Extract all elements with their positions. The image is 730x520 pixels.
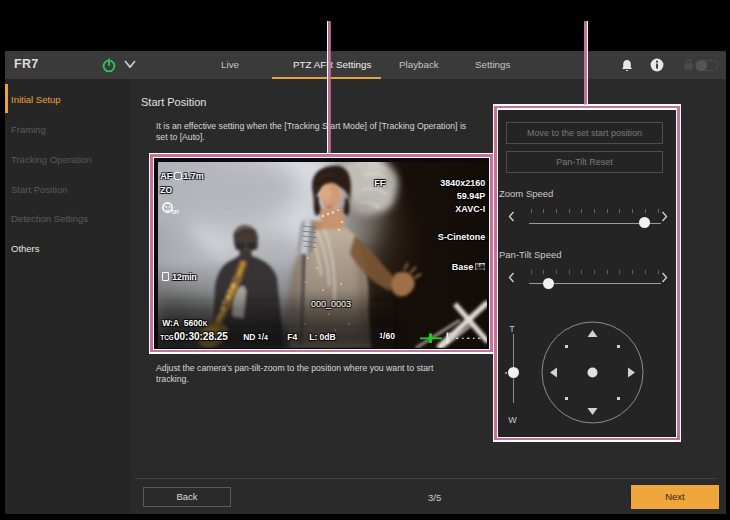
svg-text:OFF: OFF [172,210,180,215]
